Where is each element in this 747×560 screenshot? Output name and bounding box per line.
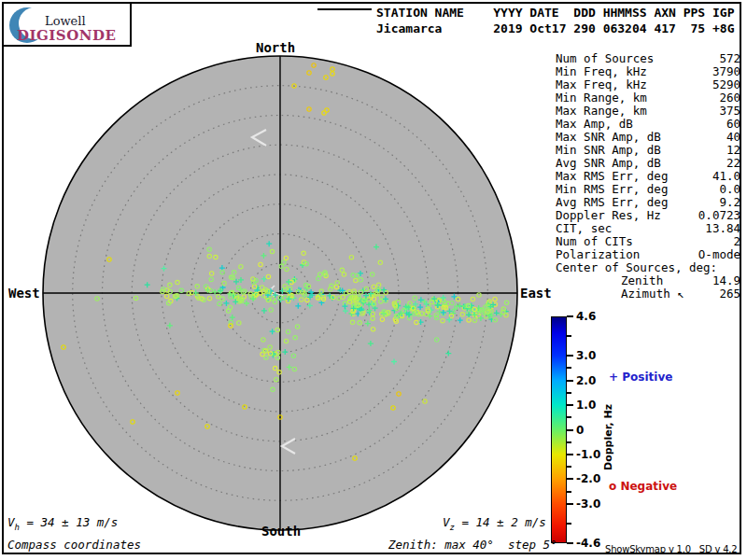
- coordinates-note: Compass coordinates: [7, 538, 141, 552]
- stats-label: CIT, sec: [556, 222, 612, 235]
- stats-label: Num of Sources: [556, 52, 654, 65]
- colorbar-tick: [567, 478, 573, 480]
- stats-label: Max Freq, kHz: [556, 78, 647, 91]
- stats-label: Polarization: [556, 248, 640, 261]
- stats-label: Min SNR Amp, dB: [556, 144, 661, 157]
- stats-value: 0.0723: [698, 209, 740, 222]
- skymap-page: North South East West Lowell DIGISONDE S…: [0, 0, 747, 560]
- stats-value: 265: [719, 287, 740, 301]
- zenith-range-note: Zenith: max 40° step 5°: [388, 538, 557, 552]
- stats-value: 9.2: [719, 196, 740, 209]
- colorbar-tick-label: 1.0: [576, 399, 596, 412]
- stats-row: Max Amp, dB60: [556, 118, 740, 131]
- station-header-row2: Jicamarca 2019 Oct17 290 063204 417 75 +…: [376, 21, 735, 35]
- vh-value: = 34 ± 13 m/s: [20, 515, 118, 529]
- digisonde-logo: Lowell DIGISONDE: [2, 2, 132, 47]
- stats-label: Azimuth ↖: [556, 287, 684, 301]
- stats-label: Min RMS Err, deg: [556, 183, 668, 196]
- legend-positive: + Positive: [609, 371, 672, 384]
- legend-negative: o Negative: [609, 480, 677, 493]
- stats-value: O-mode: [698, 248, 740, 261]
- stats-value: 0.0: [719, 183, 740, 196]
- compass-label-east: East: [520, 286, 552, 301]
- stats-row: Azimuth ↖265: [556, 287, 740, 301]
- colorbar-tick: [567, 315, 573, 317]
- stats-label: Max Range, km: [556, 105, 647, 118]
- colorbar-tick: [567, 441, 571, 443]
- doppler-colorbar: [551, 316, 567, 543]
- stats-row: Min Freq, kHz3790: [556, 65, 740, 78]
- colorbar-tick: [567, 542, 573, 544]
- colorbar-tick: [567, 491, 571, 493]
- colorbar-tick: [567, 523, 571, 525]
- colorbar-tick: [567, 355, 573, 357]
- stats-label: Avg SNR Amp, dB: [556, 157, 661, 170]
- stats-value: 375: [719, 105, 740, 118]
- stats-row: Num of Sources572: [556, 52, 740, 65]
- stats-row: Max RMS Err, deg41.0: [556, 170, 740, 183]
- stats-label: Max RMS Err, deg: [556, 170, 668, 183]
- stats-row: Zenith14.9: [556, 274, 740, 287]
- colorbar-tick: [567, 466, 571, 468]
- stats-label: Doppler Res, Hz: [556, 209, 661, 222]
- stats-label: Center of Sources, deg:: [556, 261, 717, 274]
- software-version: ShowSkymap v 1.0 SD v 4.2: [605, 544, 737, 554]
- colorbar-tick: [567, 503, 573, 505]
- colorbar-tick-label: 0: [576, 424, 584, 437]
- stats-panel: Num of Sources572Min Freq, kHz3790Max Fr…: [556, 52, 740, 301]
- stats-label: Zenith: [556, 274, 663, 287]
- stats-value: 2: [733, 235, 740, 248]
- station-header: STATION NAME YYYY DATE DDD HHMMSS AXN PP…: [376, 5, 735, 36]
- logo-digisonde-text: DIGISONDE: [17, 27, 116, 44]
- stats-value: 572: [719, 52, 740, 65]
- stats-value: 3790: [712, 65, 740, 78]
- horizontal-velocity: Vh = 34 ± 13 m/s: [7, 515, 118, 532]
- stats-value: 260: [719, 91, 740, 105]
- vh-symbol: V: [7, 515, 15, 529]
- stats-row: Max Freq, kHz5290: [556, 78, 740, 91]
- stats-value: 41.0: [712, 170, 740, 183]
- stats-label: Min Range, km: [556, 91, 647, 105]
- stats-row: PolarizationO-mode: [556, 248, 740, 261]
- stats-label: Max SNR Amp, dB: [556, 131, 661, 144]
- logo-lowell-text: Lowell: [45, 14, 86, 28]
- colorbar-tick: [567, 416, 571, 418]
- colorbar-tick: [567, 335, 571, 337]
- stats-label: Avg RMS Err, deg: [556, 196, 668, 209]
- stats-value: 5290: [712, 78, 740, 91]
- colorbar-axis-label: Doppler, Hz: [602, 399, 614, 470]
- colorbar-tick: [567, 367, 571, 369]
- vz-value: = 14 ± 2 m/s: [455, 515, 546, 529]
- stats-row: Center of Sources, deg:: [556, 261, 740, 274]
- colorbar-tick: [567, 404, 573, 406]
- stats-label: Max Amp, dB: [556, 118, 633, 131]
- stats-value: 60: [726, 118, 740, 131]
- stats-label: Min Freq, kHz: [556, 65, 647, 78]
- colorbar-tick-label: -3.0: [576, 497, 600, 511]
- colorbar-tick: [567, 454, 573, 455]
- vertical-velocity: Vz = 14 ± 2 m/s: [443, 515, 546, 532]
- colorbar-tick-label: 3.0: [576, 349, 596, 362]
- stats-value: 14.9: [712, 274, 740, 287]
- colorbar-tick-label: -2.0: [576, 472, 600, 485]
- stats-row: Avg RMS Err, deg9.2: [556, 196, 740, 209]
- stats-row: Min RMS Err, deg0.0: [556, 183, 740, 196]
- header-divider: [317, 8, 372, 10]
- stats-label: Num of CITs: [556, 235, 633, 248]
- colorbar-tick-label: -1.0: [576, 448, 600, 461]
- stats-row: Avg SNR Amp, dB22: [556, 157, 740, 170]
- compass-label-west: West: [8, 286, 40, 301]
- stats-row: Num of CITs2: [556, 235, 740, 248]
- stats-row: Min SNR Amp, dB12: [556, 144, 740, 157]
- stats-value: 40: [726, 131, 740, 144]
- stats-row: Max Range, km375: [556, 105, 740, 118]
- stats-row: Min Range, km260: [556, 91, 740, 105]
- stats-value: 22: [726, 157, 740, 170]
- stats-row: CIT, sec13.84: [556, 222, 740, 235]
- compass-label-north: North: [256, 40, 295, 55]
- compass-label-south: South: [261, 524, 301, 539]
- stats-value: 12: [726, 144, 740, 157]
- stats-value: 13.84: [705, 222, 740, 235]
- colorbar-tick: [567, 380, 573, 382]
- colorbar-tick-label: 2.0: [576, 374, 596, 387]
